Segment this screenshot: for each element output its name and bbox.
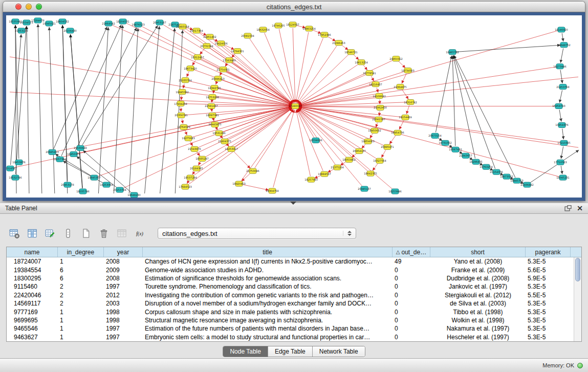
column-header-name[interactable]: name	[7, 247, 58, 257]
table-row[interactable]: 1830029562008Estimation of significance …	[7, 274, 574, 282]
graph-node[interactable]: 20443875	[208, 122, 221, 127]
network-canvas[interactable]: 1853594220534573172846781934502121053178…	[6, 15, 582, 198]
edit-table-button[interactable]	[43, 227, 57, 240]
graph-node[interactable]: 19537284	[184, 175, 197, 180]
graph-node[interactable]: 19845362	[176, 90, 188, 95]
graph-node[interactable]: 18216437	[369, 82, 382, 87]
graph-node[interactable]: 20453187	[153, 20, 166, 25]
graph-node[interactable]: 19648752	[557, 42, 570, 48]
graph-node[interactable]: 19648230	[127, 192, 140, 198]
graph-node[interactable]: 20685413	[46, 149, 58, 155]
graph-node[interactable]: 19345021	[42, 21, 55, 26]
new-file-button[interactable]	[79, 227, 93, 240]
table-row[interactable]: 977716911998Corpus callosum shape and si…	[7, 308, 574, 316]
tab-node-table[interactable]: Node Table	[223, 346, 268, 357]
table-row[interactable]: 946362711997Embryonic stem cells: a mode…	[7, 333, 574, 341]
graph-node[interactable]: 21062458	[374, 105, 386, 111]
table-row[interactable]: 969969511998Structural magnetic resonanc…	[7, 316, 574, 324]
column-header-in_degree[interactable]: in_degree	[58, 247, 104, 257]
import-table-button[interactable]	[115, 227, 129, 240]
graph-node[interactable]: 18053462	[342, 157, 355, 162]
column-header-pagerank[interactable]: pagerank	[526, 247, 571, 257]
graph-node[interactable]: 21035784	[179, 78, 191, 83]
graph-node[interactable]: 18954736	[391, 130, 404, 135]
graph-node[interactable]: 19057364	[53, 157, 66, 162]
table-mode-button[interactable]	[7, 227, 21, 240]
table-selector[interactable]: citations_edges.txt	[158, 228, 356, 239]
graph-node[interactable]: 19746205	[272, 23, 285, 28]
graph-node[interactable]: 17684523	[179, 184, 191, 189]
graph-node[interactable]: 17934258	[174, 101, 187, 106]
delete-button[interactable]	[97, 227, 111, 240]
table-row[interactable]: 946554611997Estimation of the future num…	[7, 324, 574, 333]
graph-node[interactable]: 18204531	[116, 19, 129, 24]
graph-node[interactable]: 18935247	[195, 156, 208, 161]
graph-node[interactable]: 18794301	[231, 49, 244, 54]
graph-node[interactable]: 18342765	[208, 85, 221, 91]
minimize-button[interactable]	[26, 4, 32, 10]
graph-node[interactable]: 20081534	[241, 33, 254, 38]
graph-node[interactable]: 18450632	[368, 128, 381, 133]
graph-node[interactable]: 21543876	[188, 146, 201, 151]
graph-node[interactable]: 18253064	[100, 182, 113, 187]
graph-node[interactable]: 22483164	[176, 24, 189, 29]
graph-node[interactable]: 19312457	[191, 55, 204, 60]
column-header-short[interactable]: short	[430, 247, 526, 257]
scrollbar-thumb[interactable]	[575, 258, 580, 281]
graph-node[interactable]: 20017364	[190, 28, 203, 33]
table-row[interactable]: 1938455462009Genome-wide association stu…	[7, 266, 574, 274]
graph-node[interactable]: 18731562	[439, 140, 451, 145]
graph-node[interactable]: 21086453	[332, 40, 345, 46]
graph-node[interactable]: 19108642	[373, 94, 385, 99]
graph-node[interactable]: 19753208	[206, 95, 219, 100]
graph-node[interactable]: 19876523	[132, 22, 144, 27]
graph-node[interactable]: 21753046	[246, 168, 259, 173]
table-row[interactable]: 1872400712008Changes of HCN gene express…	[7, 257, 574, 266]
graph-node[interactable]: 21936842	[520, 182, 533, 187]
zoom-button[interactable]	[36, 4, 42, 10]
table-row[interactable]: 911546021997Tourette syndrome. Phenomeno…	[7, 282, 574, 291]
graph-node[interactable]: 22041587	[372, 117, 385, 122]
table-row[interactable]: 1456911722003Disruption of a novel membe…	[7, 299, 574, 308]
graph-node[interactable]: 18465782	[446, 50, 459, 55]
graph-node[interactable]: 20154376	[490, 169, 503, 174]
graph-node[interactable]: 18632054	[256, 27, 269, 32]
column-header-year[interactable]: year	[104, 247, 143, 257]
graph-node[interactable]: 18764529	[177, 124, 190, 129]
graph-node[interactable]: 19534086	[309, 138, 322, 143]
column-header-out_degree[interactable]: △out_de…	[393, 247, 430, 257]
close-panel-button[interactable]: ✕	[577, 205, 583, 212]
float-panel-button[interactable]	[564, 205, 572, 211]
graph-node[interactable]: 18124507	[286, 22, 299, 27]
graph-node[interactable]: 19845307	[88, 175, 100, 180]
graph-node[interactable]: 21064875	[394, 84, 406, 90]
graph-node[interactable]: 19327564	[373, 158, 386, 163]
function-builder-button[interactable]: f(x)	[133, 227, 147, 240]
graph-node[interactable]: 18546721	[344, 50, 357, 55]
table-row[interactable]: 2242004622012Investigating the contribut…	[7, 291, 574, 299]
graph-node[interactable]: 18450379	[67, 151, 80, 157]
graph-node[interactable]: 18642375	[364, 171, 377, 176]
graph-node[interactable]: 20356741	[175, 113, 187, 118]
graph-node[interactable]: 19304758	[266, 188, 278, 193]
graph-node[interactable]: 19854063	[361, 139, 374, 144]
graph-node[interactable]: 21375204	[331, 165, 343, 170]
row-height-button[interactable]	[61, 227, 75, 240]
graph-node[interactable]: 20453178	[61, 182, 74, 187]
graph-node[interactable]: 24850312	[389, 56, 402, 61]
graph-node[interactable]: 19567432	[449, 147, 462, 152]
graph-node[interactable]: 17952346	[318, 32, 331, 37]
graph-node[interactable]: 17563980	[223, 58, 235, 63]
graph-node[interactable]: 18146920	[555, 27, 568, 32]
column-header-title[interactable]: title	[143, 247, 393, 257]
graph-node[interactable]: 20673154	[428, 133, 441, 138]
graph-node[interactable]: 17710563	[554, 160, 567, 165]
graph-node[interactable]: 18296435	[469, 159, 482, 164]
graph-node[interactable]: 18532746	[9, 175, 21, 180]
graph-node[interactable]: 21843657	[459, 153, 472, 158]
graph-node[interactable]: 18604532	[56, 19, 69, 24]
graph-node[interactable]: 15958743	[552, 104, 565, 109]
panel-splitter-handle[interactable]	[290, 202, 296, 205]
graph-node[interactable]: 18253946	[388, 189, 401, 194]
graph-node[interactable]: 20153784	[113, 187, 126, 192]
